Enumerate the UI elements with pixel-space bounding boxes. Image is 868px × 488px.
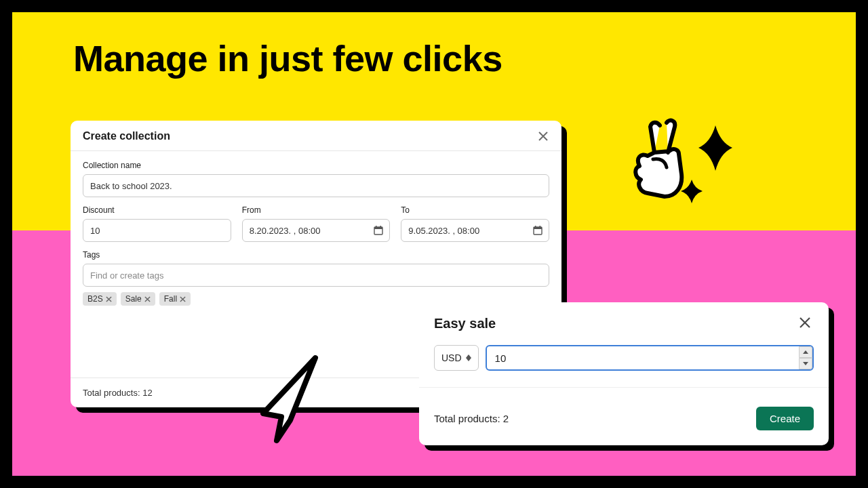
to-date-input[interactable] xyxy=(401,219,549,242)
spinner-up-button[interactable] xyxy=(799,346,812,358)
create-button[interactable]: Create xyxy=(756,407,814,430)
currency-label: USD xyxy=(441,352,462,363)
card-title: Create collection xyxy=(83,130,170,142)
cursor-illustration-icon xyxy=(251,352,329,447)
calendar-icon xyxy=(374,226,383,235)
tags-label: Tags xyxy=(83,250,549,260)
tag-label: Fall xyxy=(164,294,177,304)
tag-label: Sale xyxy=(125,294,142,304)
svg-rect-3 xyxy=(380,226,382,228)
from-date-input[interactable] xyxy=(242,219,391,242)
easy-sale-footer: Total products: 2 Create xyxy=(419,387,829,445)
easy-sale-body: USD xyxy=(419,342,829,371)
discount-label: Discount xyxy=(83,205,231,215)
svg-rect-5 xyxy=(534,227,542,229)
discount-input[interactable] xyxy=(83,219,231,242)
collection-name-label: Collection name xyxy=(83,161,549,170)
card-header: Create collection xyxy=(71,121,561,151)
remove-tag-icon[interactable] xyxy=(180,296,186,302)
tag-chip: Fall xyxy=(159,292,191,306)
currency-select[interactable]: USD xyxy=(434,345,479,371)
calendar-icon xyxy=(533,226,542,235)
easy-total-label: Total products: 2 xyxy=(434,413,509,424)
close-icon[interactable] xyxy=(799,317,814,331)
spinner-down-button[interactable] xyxy=(799,358,812,369)
svg-rect-7 xyxy=(540,226,541,228)
peace-hand-sparkle-icon xyxy=(624,115,739,217)
collection-name-input[interactable] xyxy=(83,174,549,197)
tag-chip: B2S xyxy=(83,292,117,306)
easy-sale-header: Easy sale xyxy=(419,302,829,342)
close-icon[interactable] xyxy=(537,130,549,142)
number-spinner xyxy=(799,346,812,369)
select-caret-icon xyxy=(466,354,471,361)
svg-rect-6 xyxy=(535,226,536,228)
page-headline: Manage in just few clicks xyxy=(73,37,502,79)
easy-sale-card: Easy sale USD Total products: 2 Create xyxy=(419,302,829,445)
easy-sale-title: Easy sale xyxy=(434,316,496,331)
amount-input-wrap xyxy=(486,345,814,371)
svg-rect-1 xyxy=(374,227,382,229)
tags-input[interactable] xyxy=(83,264,549,287)
from-label: From xyxy=(242,205,391,215)
remove-tag-icon[interactable] xyxy=(106,296,112,302)
tag-chip: Sale xyxy=(121,292,155,306)
to-label: To xyxy=(401,205,549,215)
amount-input[interactable] xyxy=(486,345,814,371)
remove-tag-icon[interactable] xyxy=(144,296,151,302)
tag-label: B2S xyxy=(87,294,103,304)
card-body: Collection name Discount From To xyxy=(71,151,561,310)
svg-rect-2 xyxy=(376,226,377,228)
